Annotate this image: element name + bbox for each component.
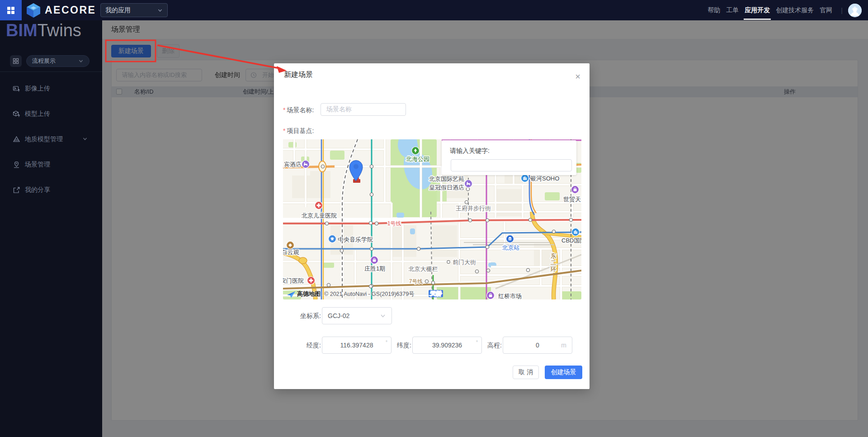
coord-system-select[interactable]: GCJ-02 [322,307,392,324]
engineer-avatar-icon [848,4,862,17]
select-all-checkbox[interactable] [116,89,122,95]
app-select[interactable]: 我的应用 [100,3,168,17]
modal-footer: 取 消 创建场景 [274,366,590,379]
image-upload-icon [13,85,20,93]
bimtwins-logo-bim: BIM [6,21,38,40]
page-header: 场景管理 [102,20,868,39]
model-upload-icon [13,110,20,118]
modal-title: 新建场景 [284,70,313,80]
apps-grid-button[interactable] [0,0,22,20]
building-icon [572,228,580,236]
delete-button[interactable]: 删除 [157,44,179,58]
dot-icon [447,261,450,263]
longitude-input[interactable]: 116.397428 ° [322,337,392,354]
sidebar-item-label: 场景管理 [25,161,50,169]
cancel-button[interactable]: 取 消 [513,366,539,379]
sidebar-item-0[interactable]: 影像上传 [0,76,102,101]
chevron-down-icon [380,313,386,319]
sidebar-item-1[interactable]: 模型上传 [0,101,102,127]
coord-system-label: 坐标系: [283,312,321,320]
flow-display-select[interactable]: 流程展示 [26,55,90,67]
latitude-label: 纬度: [382,342,411,350]
shop-icon [487,292,495,299]
sidebar-item-3[interactable]: 场景管理 [0,152,102,177]
scene-name-placeholder: 场景名称 [326,105,352,114]
column-name-id: 名称/ID [134,88,154,96]
sidebar-item-label: 模型上传 [25,110,50,118]
keyword-input[interactable] [451,159,572,171]
create-time-label: 创建时间 [215,71,240,79]
close-icon[interactable]: × [575,72,580,81]
svg-text:白云观: 白云观 [283,249,299,256]
aecore-logo-icon [25,3,42,20]
svg-text:红桥市场: 红桥市场 [498,293,522,299]
hotel-icon [465,180,472,188]
top-menu-item-3[interactable]: 创建技术服务 [775,0,815,20]
chevron-down-icon [157,8,163,13]
sidebar-divider [0,71,102,72]
hospital-icon [307,277,315,285]
sidebar-item-label: 我的分享 [25,186,50,194]
svg-text:环: 环 [550,266,557,273]
chevron-down-icon [78,58,84,64]
top-menu-item-4[interactable]: 官网 [819,0,833,20]
bimtwins-logo-twins: Twins [38,21,81,40]
building-icon [521,175,529,182]
rail-icon [506,235,514,243]
map-keyword-panel: 请输入关键字: [442,140,576,175]
top-menu-item-2[interactable]: 应用开发 [744,0,771,20]
menu-divider: | [841,7,843,14]
sidebar-item-4[interactable]: 我的分享 [0,177,102,203]
avatar[interactable] [848,4,862,17]
svg-text:王府井步行街: 王府井步行街 [456,205,491,212]
new-scene-button[interactable]: 新建场景 [111,45,151,57]
coord-system-value: GCJ-02 [328,312,380,319]
svg-text:东: 东 [551,252,557,259]
hotel-icon [302,161,310,168]
svg-text:北京站: 北京站 [502,244,520,251]
top-menu-item-0[interactable]: 帮助 [707,0,721,20]
my-share-icon [13,186,20,194]
hospital-icon [315,202,323,209]
svg-text:北海公园: 北海公园 [406,156,429,162]
base-point-label: *项目基点: [283,127,314,135]
temple-icon [287,242,294,249]
top-menu-item-1[interactable]: 工单 [725,0,740,20]
sidebar-item-2[interactable]: 地质模型管理 [0,127,102,152]
column-operation: 操作 [784,88,796,96]
school-icon [329,235,336,243]
altitude-input[interactable]: 0 m [503,337,572,354]
keyword-label: 请输入关键字: [450,147,490,155]
sidebar-item-label: 影像上传 [25,85,50,93]
topbar-menu: 帮助工单应用开发创建技术服务官网 | [707,0,868,20]
new-scene-modal: 新建场景 × *场景名称: 场景名称 *项目基点: 宾酒店北海公园北京国际艺苑皇… [274,63,590,389]
apps-grid-icon [6,5,16,15]
svg-text:世贸天: 世贸天 [563,196,581,203]
search-placeholder: 请输入内容名称或ID搜索 [122,71,187,79]
flow-display-value: 流程展示 [32,57,78,65]
page-title: 场景管理 [111,25,140,34]
svg-text:二: 二 [551,259,557,266]
svg-text:北京大栅栏: 北京大栅栏 [409,266,438,272]
create-scene-button[interactable]: 创建场景 [545,366,582,379]
shop-icon [371,256,378,264]
amap-logo-icon [287,291,296,298]
sidebar: BIMTwins 流程展示 影像上传模型上传地质模型管理场景管理我的分享 [0,20,102,437]
svg-text:安门医院: 安门医院 [283,277,304,284]
layout-grid-button[interactable] [10,55,22,67]
geology-model-icon [13,136,20,143]
scene-name-input[interactable]: 场景名称 [321,103,406,116]
svg-text:皇冠假日酒店: 皇冠假日酒店 [429,184,464,191]
meter-unit: m [561,342,566,349]
bimtwins-logo: BIMTwins [6,21,81,40]
amap-logo-text: 高德地图 [297,290,321,298]
shop-icon [571,186,579,194]
sidebar-item-label: 地质模型管理 [25,135,63,143]
latitude-input[interactable]: 39.909236 ° [412,337,482,354]
search-input[interactable]: 请输入内容名称或ID搜索 [116,69,202,81]
topbar: AECORE 我的应用 帮助工单应用开发创建技术服务官网 | [0,0,868,20]
scene-manage-icon [13,161,20,169]
map[interactable]: 宾酒店北海公园北京国际艺苑皇冠假日酒店王府井步行街银河SOHO世贸天北京儿童医院… [283,139,581,299]
latitude-value: 39.909236 [432,342,462,349]
svg-text:北京儿童医院: 北京儿童医院 [302,212,337,219]
